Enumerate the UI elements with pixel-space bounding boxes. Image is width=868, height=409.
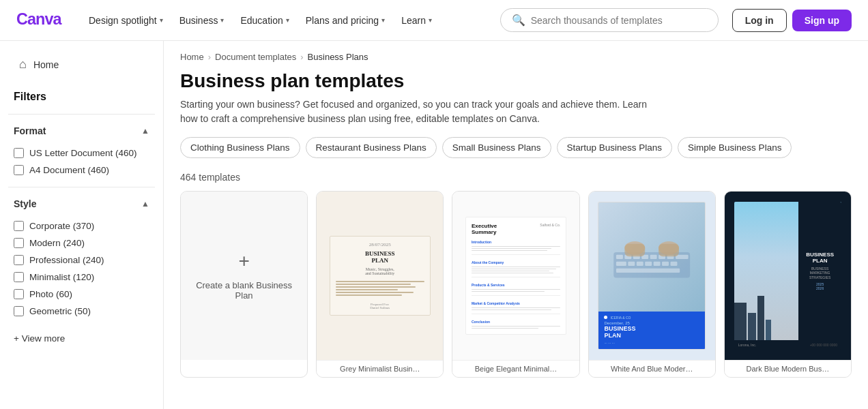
- filter-option-professional[interactable]: Professional (240): [8, 252, 155, 269]
- nav-education-label: Education: [240, 15, 283, 26]
- nav-learn[interactable]: Learn ▾: [394, 11, 439, 30]
- filter-option-geometric-label: Geometric (50): [29, 306, 91, 316]
- breadcrumb-sep-1: ›: [208, 52, 211, 62]
- search-bar[interactable]: 🔍: [500, 8, 719, 32]
- card-4-label: White And Blue Moder…: [589, 360, 715, 377]
- signup-button[interactable]: Sign up: [792, 10, 852, 31]
- tag-restaurant[interactable]: Restaurant Business Plans: [306, 137, 437, 158]
- template-card-beige-elegant[interactable]: ExecutiveSummary Salford & Co. Introduct…: [452, 191, 579, 378]
- chevron-down-icon: ▾: [160, 16, 163, 24]
- main-layout: ⌂ Home Filters Format ▲ US Letter Docume…: [0, 41, 868, 409]
- nav-actions: Log in Sign up: [732, 9, 852, 32]
- filter-checkbox-modern[interactable]: [14, 238, 24, 248]
- filter-checkbox-minimalist[interactable]: [14, 272, 24, 282]
- blank-card-label: Create a blank Business Plan: [181, 280, 307, 301]
- card-2-thumb: 28/07/2025 BUSINESSPLAN Music, Struggles…: [317, 192, 443, 360]
- nav-plans-pricing-label: Plans and pricing: [306, 15, 379, 26]
- filter-checkbox-corporate[interactable]: [14, 221, 24, 231]
- card-2-preview: 28/07/2025 BUSINESSPLAN Music, Struggles…: [330, 236, 431, 316]
- style-filter-label: Style: [14, 198, 36, 209]
- blank-card-thumb: + Create a blank Business Plan: [181, 192, 307, 360]
- login-button[interactable]: Log in: [732, 9, 787, 32]
- search-icon: 🔍: [512, 14, 525, 27]
- page-title: Business plan templates: [164, 67, 868, 97]
- breadcrumb-sep-2: ›: [300, 52, 303, 62]
- card-5-photo: BUSINESSPLAN BUSINESSMARKETINGSTRATEGIES…: [734, 202, 841, 340]
- filter-option-a4-label: A4 Document (460): [29, 165, 109, 175]
- tag-small[interactable]: Small Business Plans: [442, 137, 551, 158]
- svg-rect-20: [624, 244, 645, 257]
- filter-option-modern-label: Modern (240): [29, 238, 85, 248]
- navbar: Canva Design spotlight ▾ Business ▾ Educ…: [0, 0, 868, 41]
- chevron-up-icon: ▲: [141, 126, 149, 136]
- nav-links: Design spotlight ▾ Business ▾ Education …: [82, 11, 495, 30]
- svg-rect-15: [662, 262, 669, 266]
- svg-text:Canva: Canva: [16, 10, 63, 28]
- format-filter-section: Format ▲ US Letter Document (460) A4 Doc…: [0, 120, 163, 181]
- card-4-bottom: ICERIA & CO December, 25 BUSINESSPLAN ··…: [598, 312, 704, 350]
- format-filter-label: Format: [14, 125, 46, 136]
- card-5-thumb: BUSINESSPLAN BUSINESSMARKETINGSTRATEGIES…: [725, 192, 851, 360]
- filter-option-corporate-label: Corporate (370): [29, 221, 94, 231]
- view-more-button[interactable]: + View more: [0, 328, 163, 349]
- svg-rect-14: [654, 262, 661, 266]
- chevron-up-icon: ▲: [141, 199, 149, 209]
- divider: [8, 114, 155, 115]
- svg-rect-6: [650, 255, 657, 259]
- card-3-preview: ExecutiveSummary Salford & Co. Introduct…: [465, 217, 566, 335]
- nav-business-label: Business: [179, 15, 218, 26]
- format-filter-header[interactable]: Format ▲: [8, 120, 155, 142]
- filter-option-a4[interactable]: A4 Document (460): [8, 162, 155, 179]
- nav-plans-pricing[interactable]: Plans and pricing ▾: [299, 11, 392, 30]
- template-card-white-blue[interactable]: ICERIA & CO December, 25 BUSINESSPLAN ··…: [588, 191, 716, 378]
- card-4-photo: [598, 202, 704, 312]
- nav-design-spotlight[interactable]: Design spotlight ▾: [82, 11, 170, 30]
- svg-rect-13: [645, 262, 652, 266]
- filter-checkbox-a4[interactable]: [14, 165, 24, 175]
- style-filter-options: Corporate (370) Modern (240) Professiona…: [8, 215, 155, 322]
- filter-checkbox-us-letter[interactable]: [14, 148, 24, 158]
- breadcrumb-home[interactable]: Home: [180, 52, 204, 62]
- svg-rect-21: [659, 244, 679, 257]
- template-card-dark-blue[interactable]: BUSINESSPLAN BUSINESSMARKETINGSTRATEGIES…: [724, 191, 852, 378]
- card-3-label: Beige Elegant Minimal…: [452, 360, 579, 377]
- card-3-thumb: ExecutiveSummary Salford & Co. Introduct…: [452, 192, 579, 360]
- filter-option-modern[interactable]: Modern (240): [8, 234, 155, 252]
- card-4-preview: ICERIA & CO December, 25 BUSINESSPLAN ··…: [598, 202, 705, 350]
- filters-heading: Filters: [0, 82, 163, 108]
- filter-checkbox-professional[interactable]: [14, 255, 24, 265]
- tag-simple[interactable]: Simple Business Plans: [678, 137, 792, 158]
- breadcrumb-document-templates[interactable]: Document templates: [215, 52, 296, 62]
- filter-option-minimalist-label: Minimalist (120): [29, 272, 94, 282]
- filter-option-us-letter[interactable]: US Letter Document (460): [8, 145, 155, 162]
- filter-option-geometric[interactable]: Geometric (50): [8, 303, 155, 320]
- blank-template-card[interactable]: + Create a blank Business Plan: [180, 191, 308, 378]
- tag-startup[interactable]: Startup Business Plans: [557, 137, 673, 158]
- svg-rect-11: [628, 262, 635, 266]
- style-filter-header[interactable]: Style ▲: [8, 193, 155, 215]
- filter-option-photo[interactable]: Photo (60): [8, 286, 155, 303]
- nav-business[interactable]: Business ▾: [173, 11, 231, 30]
- template-card-grey-minimalist[interactable]: 28/07/2025 BUSINESSPLAN Music, Struggles…: [316, 191, 444, 378]
- svg-rect-12: [637, 262, 643, 266]
- filter-option-professional-label: Professional (240): [29, 255, 104, 265]
- canva-logo[interactable]: Canva: [16, 10, 66, 31]
- svg-rect-17: [616, 269, 680, 273]
- sidebar-home[interactable]: ⌂ Home: [5, 52, 158, 77]
- nav-education[interactable]: Education ▾: [233, 11, 295, 30]
- svg-rect-10: [616, 262, 626, 266]
- style-filter-section: Style ▲ Corporate (370) Modern (240) Pro…: [0, 193, 163, 322]
- filter-checkbox-photo[interactable]: [14, 289, 24, 299]
- filter-checkbox-geometric[interactable]: [14, 306, 24, 316]
- svg-rect-2: [616, 255, 623, 259]
- search-input[interactable]: [531, 15, 707, 26]
- card-2-label: Grey Minimalist Busin…: [317, 360, 443, 377]
- chevron-down-icon: ▾: [429, 16, 432, 24]
- tag-clothing[interactable]: Clothing Business Plans: [180, 137, 300, 158]
- tags-row: Clothing Business Plans Restaurant Busin…: [164, 137, 868, 169]
- breadcrumb: Home › Document templates › Business Pla…: [164, 41, 868, 67]
- page-description: Starting your own business? Get focused …: [164, 97, 682, 137]
- filter-option-corporate[interactable]: Corporate (370): [8, 217, 155, 234]
- filter-option-minimalist[interactable]: Minimalist (120): [8, 269, 155, 286]
- sidebar-home-label: Home: [33, 59, 59, 70]
